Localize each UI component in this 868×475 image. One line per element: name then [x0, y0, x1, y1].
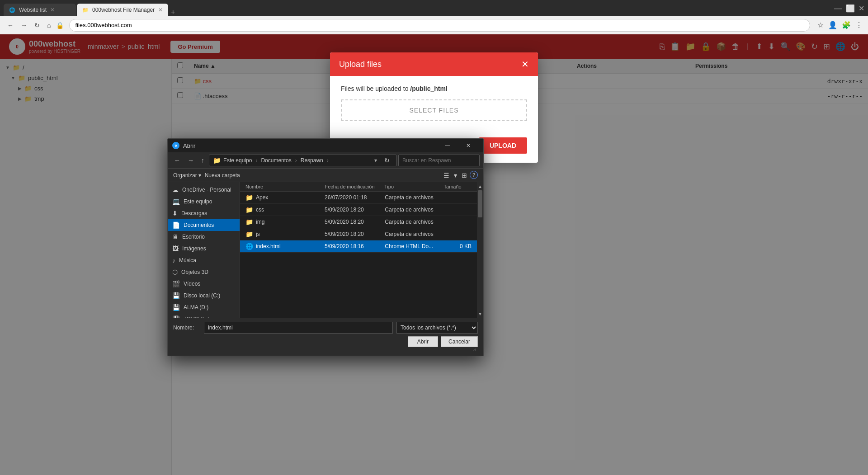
- fod-scroll-thumb[interactable]: [478, 190, 482, 217]
- win-close-button[interactable]: ✕: [859, 4, 864, 13]
- css-folder-icon: 📁: [245, 206, 253, 213]
- reload-button[interactable]: ↻: [33, 21, 42, 30]
- tab2-close[interactable]: ✕: [158, 7, 163, 13]
- fod-filename-row: Nombre: Todos los archivos (*.*): [173, 322, 478, 334]
- back-button[interactable]: ←: [5, 21, 15, 30]
- fod-minimize-button[interactable]: —: [437, 139, 458, 152]
- fod-sidebar-videos[interactable]: 🎬 Vídeos: [168, 278, 240, 290]
- onedrive-icon: ☁: [172, 186, 179, 193]
- fod-sidebar-3d[interactable]: ⬡ Objetos 3D: [168, 266, 240, 278]
- select-files-button[interactable]: SELECT FILES: [341, 99, 527, 121]
- fod-path-dropdown[interactable]: ▾: [374, 157, 377, 164]
- fod-open-button[interactable]: Abrir: [408, 336, 438, 347]
- profile-icon[interactable]: 👤: [828, 21, 837, 29]
- fod-sidebar-images[interactable]: 🖼 Imágenes: [168, 243, 240, 254]
- fod-file-row-css[interactable]: 📁 css 5/09/2020 18:20 Carpeta de archivo…: [240, 204, 477, 216]
- upload-path: /public_html: [410, 85, 447, 92]
- fod-resize-handle[interactable]: ⊿: [173, 347, 478, 352]
- fod-sidebar-label-images: Imágenes: [182, 245, 206, 252]
- fod-filename-label: Nombre:: [173, 325, 200, 331]
- tab-file-manager[interactable]: 📁 000webhost File Manager ✕: [77, 4, 168, 16]
- upload-dialog-close[interactable]: ✕: [521, 59, 529, 70]
- fod-filetype-select[interactable]: Todos los archivos (*.*): [396, 322, 478, 334]
- bookmark-icon[interactable]: ☆: [817, 21, 824, 29]
- fod-sidebar-disk-d[interactable]: 💾 ALMA (D:): [168, 301, 240, 313]
- fod-sidebar-disk-e[interactable]: 💾 TORO (E:): [168, 313, 240, 318]
- fod-path-pc[interactable]: Este equipo: [223, 157, 252, 164]
- address-input[interactable]: [69, 19, 810, 32]
- upload-dialog-header: Upload files ✕: [330, 52, 538, 76]
- fod-file-row-js[interactable]: 📁 js 5/09/2020 18:20 Carpeta de archivos: [240, 228, 477, 240]
- new-tab-button[interactable]: +: [171, 8, 175, 16]
- fod-sidebar-pc[interactable]: 💻 Este equipo: [168, 196, 240, 207]
- forward-button[interactable]: →: [19, 21, 29, 30]
- fod-scroll-up-button[interactable]: ▲: [477, 182, 483, 190]
- extensions-icon[interactable]: 🧩: [842, 21, 851, 29]
- fod-sidebar: ☁ OneDrive - Personal 💻 Este equipo ⬇ De…: [168, 182, 240, 318]
- fod-refresh-button[interactable]: ↻: [382, 155, 392, 166]
- fod-sidebar-label-disk-c: Disco local (C:): [184, 292, 220, 299]
- fod-organize-button[interactable]: Organizar ▾: [173, 172, 201, 179]
- fod-col-type-header[interactable]: Tipo: [384, 184, 444, 189]
- fod-sidebar-music[interactable]: ♪ Música: [168, 254, 240, 266]
- index-html-date: 5/09/2020 18:16: [325, 243, 381, 249]
- win-minimize-button[interactable]: —: [834, 4, 842, 13]
- fod-file-row-img[interactable]: 📁 img 5/09/2020 18:20 Carpeta de archivo…: [240, 216, 477, 228]
- desktop-icon: 🖥: [172, 233, 179, 240]
- fod-sidebar-documents[interactable]: 📄 Documentos: [168, 219, 240, 231]
- fod-file-row-index-html[interactable]: 🌐 index.html 5/09/2020 18:16 Chrome HTML…: [240, 240, 477, 253]
- fod-back-button[interactable]: ←: [171, 155, 183, 166]
- fod-path-docs[interactable]: Documentos: [261, 157, 291, 164]
- fod-search-input[interactable]: [398, 155, 480, 166]
- index-html-type: Chrome HTML Do...: [385, 243, 441, 249]
- fod-scrollbar[interactable]: ▲ ▼: [477, 182, 483, 318]
- fod-col-date-header[interactable]: Fecha de modificación: [325, 184, 384, 189]
- fod-grid-view-button[interactable]: ⊞: [460, 171, 469, 180]
- css-date: 5/09/2020 18:20: [325, 207, 381, 213]
- fod-path-respawn[interactable]: Respawn: [301, 157, 323, 164]
- fod-scroll-track: [477, 190, 483, 310]
- upload-button[interactable]: UPLOAD: [479, 137, 527, 154]
- fod-view-options-button[interactable]: ▾: [452, 171, 459, 180]
- fod-col-name-header[interactable]: Nombre: [245, 184, 325, 189]
- css-type: Carpeta de archivos: [385, 207, 441, 213]
- fod-path-folder-icon: 📁: [213, 157, 221, 164]
- 3d-icon: ⬡: [172, 268, 178, 276]
- address-bar: ← → ↻ ⌂ 🔒 ☆ 👤 🧩 ⋮: [0, 16, 868, 34]
- fod-list-view-button[interactable]: ☰: [442, 171, 451, 180]
- win-maximize-button[interactable]: ⬜: [846, 4, 855, 13]
- fod-sidebar-label-disk-e: TORO (E:): [184, 316, 209, 318]
- fod-file-row-apex[interactable]: 📁 Apex 26/07/2020 01:18 Carpeta de archi…: [240, 192, 477, 204]
- fod-sidebar-downloads[interactable]: ⬇ Descargas: [168, 207, 240, 219]
- fod-filename-input[interactable]: [204, 322, 393, 334]
- fod-col-size-header[interactable]: Tamaño: [444, 184, 472, 189]
- home-button[interactable]: ⌂: [45, 21, 52, 30]
- fod-sidebar-disk-c[interactable]: 💾 Disco local (C:): [168, 290, 240, 301]
- fod-help-button[interactable]: ?: [470, 171, 478, 179]
- fod-sidebar-label-disk-d: ALMA (D:): [184, 304, 208, 310]
- fod-sidebar-onedrive[interactable]: ☁ OneDrive - Personal: [168, 184, 240, 196]
- fod-title-text: Abrir: [183, 142, 434, 149]
- fod-sidebar-desktop[interactable]: 🖥 Escritorio: [168, 231, 240, 243]
- fod-file-header: Nombre Fecha de modificación Tipo Tamaño: [240, 182, 477, 192]
- fod-new-folder-button[interactable]: Nueva carpeta: [205, 172, 240, 179]
- tab-website-list[interactable]: 🌐 Website list ✕: [4, 4, 76, 16]
- fod-sidebar-label-downloads: Descargas: [181, 210, 207, 216]
- fod-forward-button[interactable]: →: [185, 155, 197, 166]
- tabs-bar: 🌐 Website list ✕ 📁 000webhost File Manag…: [4, 0, 175, 16]
- fod-sidebar-label-onedrive: OneDrive - Personal: [182, 187, 231, 193]
- fod-win-btns: — ✕: [437, 139, 479, 152]
- fod-scroll-down-button[interactable]: ▼: [477, 310, 483, 318]
- fod-logo: e: [172, 142, 179, 149]
- tab1-close[interactable]: ✕: [50, 7, 55, 13]
- tab2-favicon: 📁: [82, 7, 89, 13]
- browser-menu-icon[interactable]: ⋮: [855, 21, 863, 29]
- fod-action-row: Abrir Cancelar: [173, 336, 478, 347]
- fod-titlebar: e Abrir — ✕: [168, 139, 483, 152]
- fod-close-button[interactable]: ✕: [458, 139, 479, 152]
- apex-name: Apex: [256, 194, 268, 201]
- fod-up-button[interactable]: ↑: [198, 155, 207, 166]
- fod-footer: Nombre: Todos los archivos (*.*) Abrir C…: [168, 318, 483, 356]
- fod-cancel-button[interactable]: Cancelar: [441, 336, 478, 347]
- browser-icons: ☆ 👤 🧩 ⋮: [817, 21, 863, 29]
